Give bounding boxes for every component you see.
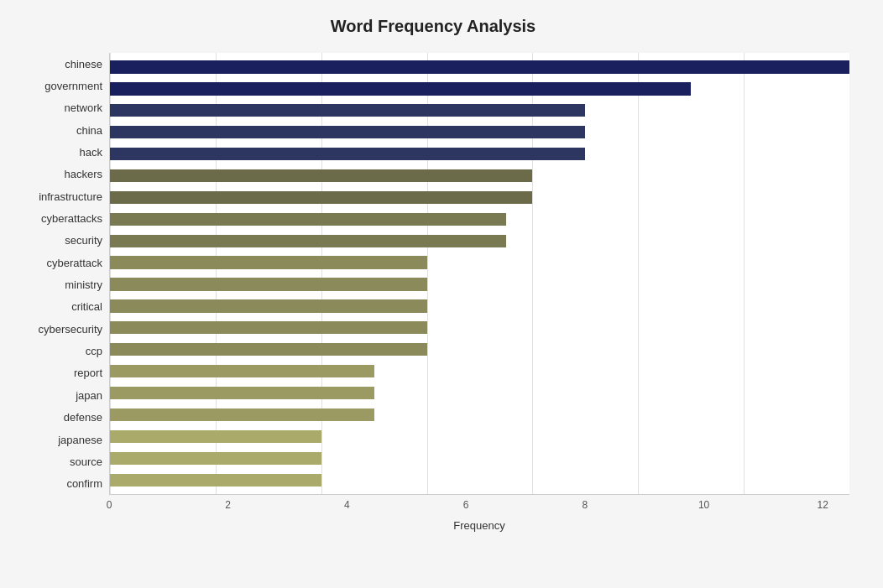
x-tick: 4 xyxy=(344,499,350,511)
bar-row xyxy=(110,186,849,208)
bar xyxy=(110,430,321,443)
x-axis-label: Frequency xyxy=(109,519,849,532)
bar-row xyxy=(110,78,849,100)
y-label: report xyxy=(74,362,102,384)
y-label: japanese xyxy=(58,429,102,450)
bar xyxy=(110,452,321,465)
y-label: cybersecurity xyxy=(38,318,102,340)
bar-row xyxy=(110,317,849,339)
bar xyxy=(110,299,427,312)
y-label: hack xyxy=(80,141,102,163)
y-label: government xyxy=(44,75,102,96)
y-label: security xyxy=(65,230,102,252)
y-axis: chinesegovernmentnetworkchinahackhackers… xyxy=(17,53,109,495)
y-label: critical xyxy=(71,296,102,318)
bar xyxy=(110,191,532,204)
x-tick: 8 xyxy=(583,499,588,511)
bar-row xyxy=(110,425,849,447)
bar xyxy=(110,235,506,247)
y-label: cyberattacks xyxy=(41,207,102,229)
y-label: japan xyxy=(76,384,102,406)
bar xyxy=(110,278,427,290)
bar xyxy=(110,126,585,138)
bar-row xyxy=(110,252,849,273)
bar xyxy=(110,387,374,399)
x-tick: 10 xyxy=(698,499,709,511)
bar xyxy=(110,408,374,421)
bar xyxy=(110,213,506,226)
y-label: hackers xyxy=(64,164,102,185)
bar-row xyxy=(110,56,849,78)
bar xyxy=(110,343,427,356)
bar-row xyxy=(110,100,849,122)
y-label: defense xyxy=(64,407,102,429)
x-tick: 6 xyxy=(463,499,469,511)
bar-row xyxy=(110,230,849,252)
bar xyxy=(110,148,585,160)
bars-area xyxy=(109,53,849,495)
bar xyxy=(110,321,427,334)
bar xyxy=(110,474,321,487)
bar-row xyxy=(110,165,849,187)
bar-row xyxy=(110,295,849,317)
bar-row xyxy=(110,143,849,165)
bar xyxy=(110,82,691,95)
bar-row xyxy=(110,208,849,230)
bar-row xyxy=(110,382,849,404)
x-tick: 2 xyxy=(225,499,231,511)
y-label: cyberattack xyxy=(47,252,102,273)
y-label: chinese xyxy=(65,53,102,75)
chart-container: Word Frequency Analysis chinesegovernmen… xyxy=(0,0,883,588)
y-label: china xyxy=(76,119,102,141)
bar xyxy=(110,256,427,268)
bar xyxy=(110,104,585,117)
y-label: ccp xyxy=(86,340,102,362)
bar-row xyxy=(110,361,849,382)
y-label: confirm xyxy=(66,473,102,495)
bar xyxy=(110,60,849,73)
bar-row xyxy=(110,122,849,143)
bar xyxy=(110,169,532,182)
y-label: infrastructure xyxy=(39,185,102,207)
y-label: ministry xyxy=(65,273,102,295)
bar-row xyxy=(110,339,849,361)
x-tick: 12 xyxy=(818,499,828,511)
bar-row xyxy=(110,469,849,491)
bar xyxy=(110,365,374,377)
y-label: network xyxy=(64,97,102,119)
y-label: source xyxy=(70,450,102,472)
bar-row xyxy=(110,273,849,295)
bar-row xyxy=(110,447,849,469)
x-tick: 0 xyxy=(107,499,112,511)
bar-row xyxy=(110,404,849,426)
chart-title: Word Frequency Analysis xyxy=(17,17,849,36)
